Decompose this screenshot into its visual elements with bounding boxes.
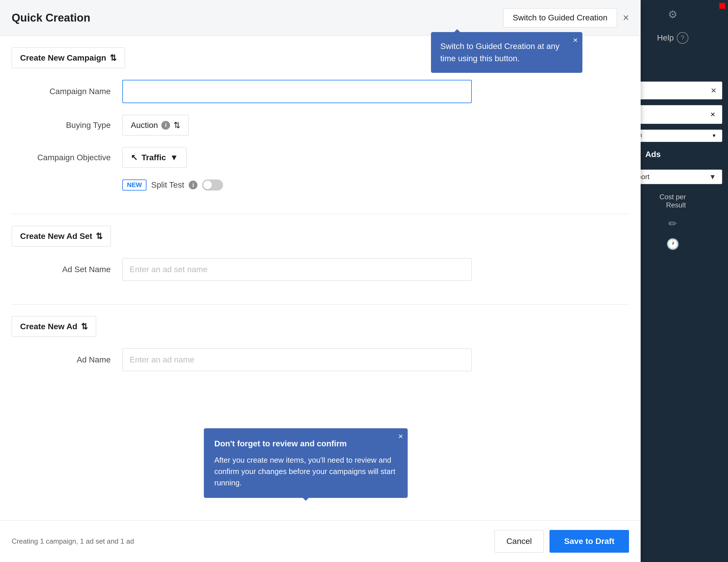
toggle-knob	[203, 181, 212, 189]
campaign-objective-select[interactable]: ↖ Traffic ▼	[122, 147, 187, 168]
save-to-draft-button[interactable]: Save to Draft	[549, 530, 629, 553]
review-tooltip-title: Don't forget to review and confirm	[214, 438, 397, 450]
campaign-objective-label: Campaign Objective	[17, 153, 122, 162]
panel-close-btn[interactable]: ×	[711, 85, 716, 96]
header-right: Switch to Guided Creation ×	[503, 8, 629, 27]
campaign-name-input[interactable]	[122, 80, 472, 103]
review-tooltip-close[interactable]: ×	[398, 432, 403, 441]
ad-name-control	[122, 349, 472, 371]
review-tooltip: × Don't forget to review and confirm Aft…	[204, 428, 408, 498]
campaign-name-row: Campaign Name	[12, 80, 629, 103]
pencil-icon[interactable]: ✏	[664, 215, 681, 232]
ads-label: Ads	[645, 150, 661, 159]
panel-date-chevron[interactable]: ▼	[712, 133, 716, 138]
split-test-row: NEW Split Test i	[12, 179, 629, 190]
new-badge: NEW	[122, 179, 146, 190]
split-test-info-icon[interactable]: i	[189, 181, 197, 189]
buying-type-row: Buying Type Auction i ⇅	[12, 115, 629, 135]
buying-type-info-icon[interactable]: i	[161, 121, 170, 130]
ad-section: Create New Ad ⇅ Ad Name	[0, 305, 641, 395]
help-label: Help	[657, 33, 674, 43]
campaign-name-control	[122, 80, 472, 103]
ad-name-input[interactable]	[122, 349, 472, 371]
buying-type-control: Auction i ⇅	[122, 115, 472, 135]
notification-dot	[719, 3, 725, 9]
campaign-objective-row: Campaign Objective ↖ Traffic ▼	[12, 147, 629, 168]
cancel-button[interactable]: Cancel	[494, 530, 544, 553]
ad-set-name-row: Ad Set Name	[12, 258, 629, 281]
dialog-close-btn[interactable]: ×	[623, 13, 629, 23]
switch-to-guided-btn[interactable]: Switch to Guided Creation	[503, 8, 617, 27]
campaign-name-label: Campaign Name	[17, 87, 122, 96]
ad-set-section: Create New Ad Set ⇅ Ad Set Name	[0, 214, 641, 304]
ad-name-row: Ad Name	[12, 349, 629, 371]
cost-per-result-label: Cost perResult	[654, 190, 692, 212]
ad-set-sort-icon: ⇅	[96, 231, 103, 241]
campaign-objective-control: ↖ Traffic ▼	[122, 147, 472, 168]
ad-set-name-label: Ad Set Name	[17, 265, 122, 274]
create-ad-btn[interactable]: Create New Ad ⇅	[12, 316, 96, 337]
footer-info-text: Creating 1 campaign, 1 ad set and 1 ad	[12, 537, 134, 545]
create-campaign-label: Create New Campaign	[20, 53, 106, 63]
footer-buttons: Cancel Save to Draft	[494, 530, 629, 553]
ad-set-name-input[interactable]	[122, 258, 472, 281]
campaign-sort-icon: ⇅	[110, 53, 116, 63]
ad-set-name-control	[122, 258, 472, 281]
switch-tooltip: × Switch to Guided Creation at any time …	[431, 32, 582, 73]
switch-tooltip-close[interactable]: ×	[573, 36, 578, 45]
create-ad-set-btn[interactable]: Create New Ad Set ⇅	[12, 226, 111, 246]
gear-icon[interactable]: ⚙	[664, 6, 681, 23]
campaign-objective-chevron: ▼	[170, 153, 178, 162]
review-tooltip-body: After you create new items, you'll need …	[214, 455, 397, 489]
split-test-label: Split Test	[151, 180, 184, 190]
dialog-footer: Creating 1 campaign, 1 ad set and 1 ad C…	[0, 520, 641, 562]
dialog-header: Quick Creation Switch to Guided Creation…	[0, 0, 641, 36]
export-chevron: ▼	[709, 173, 716, 181]
clock-icon[interactable]: 🕐	[664, 235, 681, 253]
buying-type-chevron: ⇅	[174, 120, 180, 130]
quick-creation-dialog: Quick Creation Switch to Guided Creation…	[0, 0, 641, 562]
buying-type-label: Buying Type	[17, 121, 122, 130]
create-ad-label: Create New Ad	[20, 322, 77, 331]
buying-type-value: Auction	[131, 121, 158, 130]
campaign-objective-value: Traffic	[142, 153, 166, 162]
split-test-toggle[interactable]	[202, 179, 223, 190]
cursor-icon: ↖	[131, 153, 137, 162]
create-campaign-btn[interactable]: Create New Campaign ⇅	[12, 47, 125, 68]
dialog-title: Quick Creation	[12, 12, 90, 24]
ad-sort-icon: ⇅	[81, 322, 88, 331]
panel-name-close[interactable]: ×	[711, 110, 715, 119]
buying-type-select[interactable]: Auction i ⇅	[122, 115, 189, 135]
create-ad-set-label: Create New Ad Set	[20, 231, 92, 241]
help-icon[interactable]: ?	[677, 32, 688, 44]
ad-name-label: Ad Name	[17, 355, 122, 365]
switch-tooltip-text: Switch to Guided Creation at any time us…	[440, 42, 559, 63]
